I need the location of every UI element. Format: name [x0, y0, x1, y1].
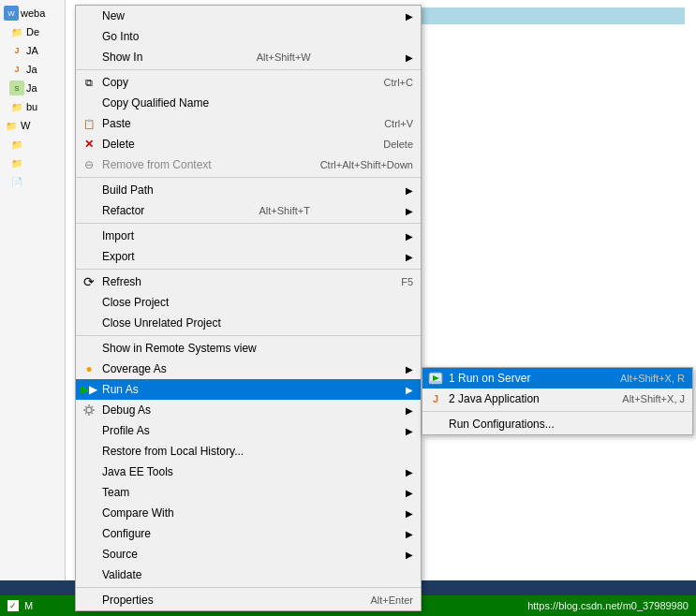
menu-label: Copy — [102, 76, 128, 89]
menu-item-coverage-as[interactable]: Coverage As ▶ — [76, 359, 421, 379]
refresh-icon — [81, 274, 96, 289]
src-icon: S — [9, 81, 24, 95]
java-icon: J — [9, 62, 24, 77]
context-menu: New ▶ Go Into Show In Alt+Shift+W ▶ Copy… — [75, 5, 422, 611]
menu-item-team[interactable]: Team ▶ — [76, 482, 421, 503]
menu-label: Coverage As — [102, 362, 167, 375]
menu-item-run-as[interactable]: ▶ Run As ▶ — [76, 379, 421, 400]
folder-icon: 📁 — [9, 24, 24, 39]
menu-label: Import — [102, 229, 134, 242]
menu-item-java-ee-tools[interactable]: Java EE Tools ▶ — [76, 462, 421, 482]
menu-item-paste[interactable]: Paste Ctrl+V — [76, 113, 421, 134]
submenu-item-run-configurations[interactable]: Run Configurations... — [422, 414, 692, 434]
menu-item-source[interactable]: Source ▶ — [76, 544, 421, 565]
delete-icon — [81, 137, 96, 152]
menu-label: Team — [102, 486, 129, 499]
menu-item-validate[interactable]: Validate — [76, 565, 421, 585]
tree-label: W — [21, 120, 30, 131]
menu-separator — [76, 335, 421, 336]
menu-label: Source — [102, 548, 138, 561]
menu-item-export[interactable]: Export ▶ — [76, 246, 421, 267]
arrow-icon: ▶ — [406, 231, 413, 242]
menu-item-import[interactable]: Import ▶ — [76, 226, 421, 246]
tree-label: JA — [26, 45, 38, 56]
menu-label: Refactor — [102, 204, 144, 217]
shortcut-label: Ctrl+V — [365, 118, 413, 129]
menu-label: Validate — [102, 568, 141, 581]
menu-label: Close Unrelated Project — [102, 316, 221, 330]
run-icon: ▶ — [81, 382, 96, 397]
menu-item-debug-as[interactable]: Debug As ▶ — [76, 400, 421, 420]
tree-label: bu — [26, 101, 37, 112]
menu-label: Show In — [102, 51, 142, 64]
menu-label: New — [102, 9, 125, 22]
menu-item-show-in[interactable]: Show In Alt+Shift+W ▶ — [76, 47, 421, 67]
arrow-icon: ▶ — [406, 11, 413, 22]
menu-label: Java EE Tools — [102, 465, 173, 478]
menu-item-properties[interactable]: Properties Alt+Enter — [76, 590, 421, 610]
tree-item-de[interactable]: 📁 De — [2, 22, 63, 41]
menu-item-go-into[interactable]: Go Into — [76, 26, 421, 47]
status-left: ✓ M — [7, 600, 33, 611]
arrow-icon: ▶ — [406, 252, 413, 262]
tree-item-ja1[interactable]: J JA — [2, 41, 63, 60]
menu-item-configure[interactable]: Configure ▶ — [76, 523, 421, 544]
tree-item-ja2[interactable]: J Ja — [2, 60, 63, 79]
menu-label: Copy Qualified Name — [102, 96, 209, 110]
menu-item-build-path[interactable]: Build Path ▶ — [76, 180, 421, 200]
menu-separator — [76, 69, 421, 70]
status-checkbox: ✓ — [7, 600, 19, 611]
submenu-item-java-application[interactable]: J 2 Java Application Alt+Shift+X, J — [422, 389, 692, 409]
shortcut-label: Ctrl+C — [365, 77, 413, 88]
tree-item-w[interactable]: 📁 W — [2, 116, 63, 135]
menu-item-restore-local[interactable]: Restore from Local History... — [76, 441, 421, 462]
tree-item-folder2[interactable]: 📁 — [2, 154, 63, 172]
project-tree: W weba 📁 De J JA J Ja S Ja 📁 bu 📁 W 📁 📁 … — [0, 0, 66, 580]
coverage-icon — [81, 361, 96, 376]
file-icon: 📄 — [9, 174, 24, 189]
arrow-icon: ▶ — [406, 550, 413, 560]
tree-item-red[interactable]: 📁 — [2, 135, 63, 154]
menu-item-remove-context[interactable]: Remove from Context Ctrl+Alt+Shift+Down — [76, 154, 421, 175]
menu-item-copy-qualified[interactable]: Copy Qualified Name — [76, 93, 421, 113]
menu-item-new[interactable]: New ▶ — [76, 6, 421, 26]
red-folder-icon: 📁 — [9, 137, 24, 152]
folder-icon: 📁 — [9, 155, 24, 170]
menu-item-compare-with[interactable]: Compare With ▶ — [76, 503, 421, 523]
folder-icon: 📁 — [4, 118, 19, 133]
menu-label: Close Project — [102, 296, 169, 309]
tree-item-weba[interactable]: W weba — [2, 4, 63, 22]
tree-label: Ja — [26, 64, 37, 75]
menu-item-show-remote[interactable]: Show in Remote Systems view — [76, 338, 421, 359]
folder-icon: 📁 — [9, 99, 24, 114]
menu-label: Properties — [102, 594, 154, 607]
web-icon: W — [4, 6, 19, 21]
menu-item-close-unrelated[interactable]: Close Unrelated Project — [76, 313, 421, 333]
shortcut-label: Alt+Shift+X, J — [603, 393, 685, 404]
paste-icon — [81, 116, 96, 131]
status-url: https://blog.csdn.net/m0_37989980 — [527, 600, 689, 611]
menu-label: Build Path — [102, 183, 154, 197]
menu-item-close-project[interactable]: Close Project — [76, 292, 421, 313]
tree-label: De — [26, 26, 39, 37]
arrow-icon: ▶ — [406, 426, 413, 436]
arrow-icon: ▶ — [406, 206, 413, 216]
submenu-item-run-on-server[interactable]: 1 Run on Server Alt+Shift+X, R — [422, 368, 692, 389]
tree-item-ja3[interactable]: S Ja — [2, 79, 63, 97]
menu-item-copy[interactable]: Copy Ctrl+C — [76, 72, 421, 93]
tree-item-file[interactable]: 📄 — [2, 172, 63, 191]
menu-label: Run As — [102, 383, 139, 396]
menu-label: Run Configurations... — [449, 418, 555, 431]
menu-label: 2 Java Application — [449, 392, 540, 405]
debug-icon — [81, 403, 96, 418]
menu-item-delete[interactable]: Delete Delete — [76, 134, 421, 154]
menu-label: Remove from Context — [102, 158, 212, 171]
menu-item-refresh[interactable]: Refresh F5 — [76, 271, 421, 292]
tree-item-bu[interactable]: 📁 bu — [2, 97, 63, 116]
menu-label: Debug As — [102, 403, 151, 417]
menu-label: Refresh — [102, 275, 141, 288]
svg-rect-3 — [429, 381, 442, 384]
menu-item-refactor[interactable]: Refactor Alt+Shift+T ▶ — [76, 200, 421, 221]
run-as-submenu: 1 Run on Server Alt+Shift+X, R J 2 Java … — [422, 367, 693, 435]
menu-item-profile-as[interactable]: Profile As ▶ — [76, 420, 421, 441]
